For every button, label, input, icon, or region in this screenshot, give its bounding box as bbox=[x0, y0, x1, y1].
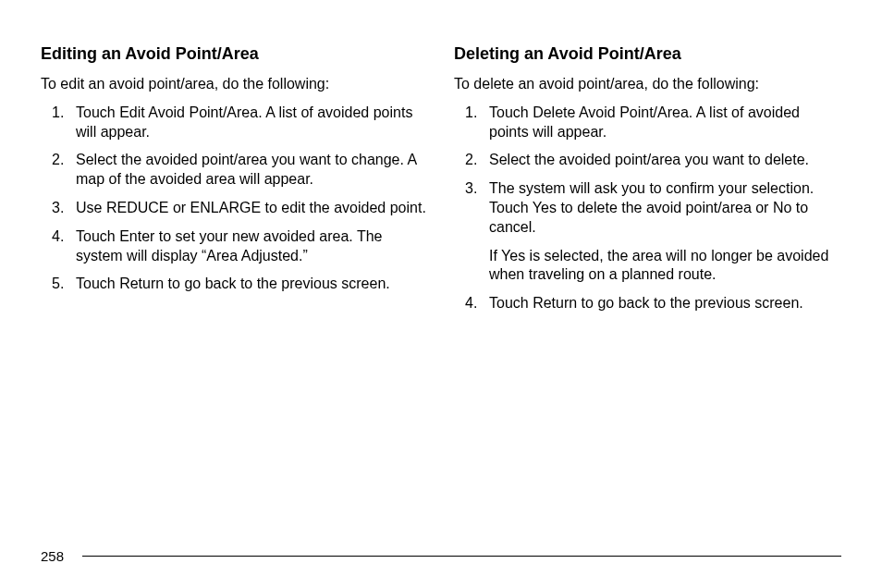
list-item: 3. The system will ask you to confirm yo… bbox=[474, 179, 841, 285]
right-column: Deleting an Avoid Point/Area To delete a… bbox=[454, 44, 841, 323]
step-number: 4. bbox=[465, 294, 477, 313]
editing-steps: 1. Touch Edit Avoid Point/Area. A list o… bbox=[41, 104, 428, 294]
step-number: 3. bbox=[52, 199, 64, 218]
page-footer: 258 bbox=[41, 548, 841, 564]
page-number: 258 bbox=[41, 548, 64, 564]
step-extra: If Yes is selected, the area will no lon… bbox=[489, 247, 841, 286]
step-text: Touch Enter to set your new avoided area… bbox=[76, 227, 428, 266]
editing-intro: To edit an avoid point/area, do the foll… bbox=[41, 75, 428, 94]
list-item: 1. Touch Edit Avoid Point/Area. A list o… bbox=[61, 104, 428, 142]
step-number: 1. bbox=[465, 104, 477, 123]
list-item: 1. Touch Delete Avoid Point/Area. A list… bbox=[474, 104, 841, 142]
step-number: 4. bbox=[52, 227, 64, 247]
left-column: Editing an Avoid Point/Area To edit an a… bbox=[41, 44, 428, 323]
list-item: 3. Use REDUCE or ENLARGE to edit the avo… bbox=[61, 199, 428, 218]
step-number: 5. bbox=[52, 275, 64, 294]
deleting-intro: To delete an avoid point/area, do the fo… bbox=[454, 75, 841, 94]
deleting-steps: 1. Touch Delete Avoid Point/Area. A list… bbox=[454, 104, 841, 313]
step-number: 2. bbox=[52, 151, 64, 170]
step-text: The system will ask you to confirm your … bbox=[489, 179, 841, 237]
step-text: Touch Delete Avoid Point/Area. A list of… bbox=[489, 104, 841, 142]
step-number: 1. bbox=[52, 104, 64, 123]
step-text: Touch Return to go back to the previous … bbox=[489, 294, 841, 313]
step-text: Select the avoided point/area you want t… bbox=[489, 151, 841, 170]
list-item: 2. Select the avoided point/area you wan… bbox=[474, 151, 841, 170]
step-number: 2. bbox=[465, 151, 477, 170]
list-item: 4. Touch Return to go back to the previo… bbox=[474, 294, 841, 313]
footer-divider bbox=[82, 556, 841, 557]
step-text: Select the avoided point/area you want t… bbox=[76, 151, 428, 190]
step-number: 3. bbox=[465, 179, 477, 199]
step-text: Touch Edit Avoid Point/Area. A list of a… bbox=[76, 104, 428, 142]
list-item: 2. Select the avoided point/area you wan… bbox=[61, 151, 428, 190]
deleting-heading: Deleting an Avoid Point/Area bbox=[454, 44, 841, 64]
step-text: Use REDUCE or ENLARGE to edit the avoide… bbox=[76, 199, 428, 218]
list-item: 5. Touch Return to go back to the previo… bbox=[61, 275, 428, 294]
page-content: Editing an Avoid Point/Area To edit an a… bbox=[41, 44, 841, 323]
editing-heading: Editing an Avoid Point/Area bbox=[41, 44, 428, 64]
step-text: Touch Return to go back to the previous … bbox=[76, 275, 428, 294]
list-item: 4. Touch Enter to set your new avoided a… bbox=[61, 227, 428, 266]
